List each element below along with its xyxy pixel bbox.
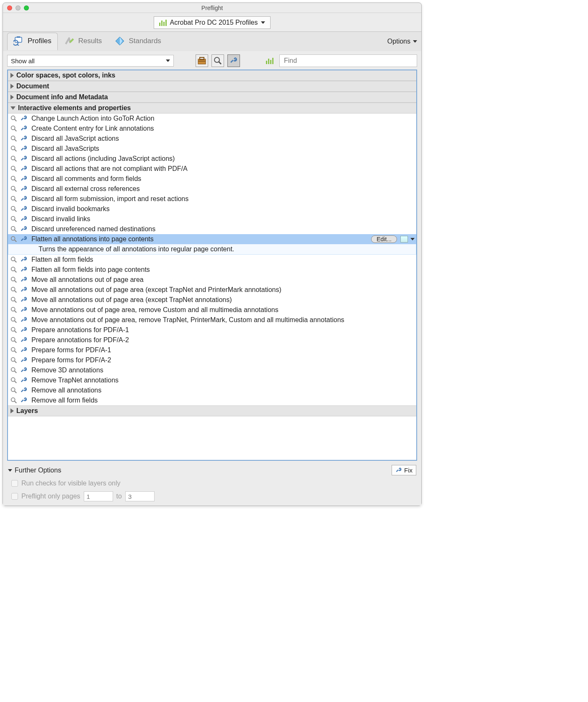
fixup-item[interactable]: Remove 3D annotations <box>8 365 416 375</box>
fixup-item[interactable]: Discard all form submission, import and … <box>8 194 416 204</box>
svg-point-43 <box>11 287 15 291</box>
fixup-label: Move all annotations out of page area (e… <box>30 286 281 294</box>
fixup-label: Flatten all form fields <box>30 256 93 263</box>
preflight-pages-checkbox[interactable] <box>11 493 18 500</box>
fixup-item[interactable]: Flatten all form fields <box>8 255 416 265</box>
wrench-icon <box>20 376 28 385</box>
fixup-item[interactable]: Discard all external cross references <box>8 184 416 194</box>
disclosure-down-icon <box>10 106 15 110</box>
wrench-icon <box>20 386 28 395</box>
fixup-item[interactable]: Flatten all form fields into page conten… <box>8 265 416 275</box>
tab-results[interactable]: Results <box>58 33 108 50</box>
fixup-item[interactable]: Discard all actions that are not complia… <box>8 164 416 174</box>
fixup-item[interactable]: Discard invalid links <box>8 214 416 224</box>
tab-profiles[interactable]: Profiles <box>7 33 58 50</box>
visible-layers-label: Run checks for visible layers only <box>21 480 121 487</box>
fixup-item[interactable]: Create Content entry for Link annotation… <box>8 124 416 134</box>
analyze-icon <box>10 326 18 334</box>
svg-line-3 <box>17 44 19 46</box>
svg-line-46 <box>15 301 17 303</box>
fixup-item[interactable]: Prepare annotations for PDF/A-1 <box>8 325 416 335</box>
category-row[interactable]: Color spaces, spot colors, inks <box>8 70 416 81</box>
svg-line-36 <box>15 240 17 242</box>
preflight-pages-row: Preflight only pages to <box>8 491 416 501</box>
svg-line-34 <box>15 230 17 232</box>
svg-point-55 <box>11 348 15 351</box>
fixup-item[interactable]: Discard all actions (including JavaScrip… <box>8 154 416 164</box>
wrench-icon <box>20 145 28 153</box>
svg-line-42 <box>15 281 17 283</box>
flag-icon[interactable] <box>400 236 408 243</box>
fixup-item[interactable]: Flatten all annotations into page conten… <box>8 234 416 244</box>
category-row[interactable]: Document <box>8 81 416 92</box>
analyze-icon <box>10 134 18 143</box>
further-options-toggle[interactable]: Further Options <box>8 467 61 474</box>
svg-point-35 <box>11 237 15 240</box>
analyze-icon <box>10 316 18 324</box>
analyze-icon <box>10 396 18 405</box>
fixup-item[interactable]: Move annotations out of page area, remov… <box>8 305 416 315</box>
chevron-down-icon <box>166 59 170 62</box>
fixup-item[interactable]: Move all annotations out of page area (e… <box>8 285 416 295</box>
profile-list[interactable]: Color spaces, spot colors, inksDocumentD… <box>8 70 416 460</box>
svg-point-15 <box>11 136 15 140</box>
visible-layers-checkbox[interactable] <box>11 480 18 487</box>
edit-button[interactable]: Edit... <box>371 235 397 243</box>
fixup-label: Move annotations out of page area, remov… <box>30 306 279 314</box>
svg-point-49 <box>11 317 15 321</box>
checks-toggle-button[interactable] <box>211 54 224 67</box>
fixup-item[interactable]: Move all annotations out of page area (e… <box>8 295 416 305</box>
fixup-label: Discard all actions (including JavaScrip… <box>30 155 175 163</box>
fixup-item[interactable]: Move annotations out of page area, remov… <box>8 315 416 325</box>
find-input[interactable] <box>279 54 417 67</box>
svg-point-29 <box>11 206 15 210</box>
wrench-icon <box>20 356 28 364</box>
options-menu-button[interactable]: Options <box>387 38 417 45</box>
fixup-item[interactable]: Prepare forms for PDF/A-1 <box>8 345 416 355</box>
category-row[interactable]: Document info and Metadata <box>8 92 416 103</box>
wrench-icon <box>20 114 28 123</box>
fixup-item[interactable]: Remove all form fields <box>8 395 416 405</box>
fixup-item[interactable]: Prepare annotations for PDF/A-2 <box>8 335 416 345</box>
fixup-item[interactable]: Move all annotations out of page area <box>8 275 416 285</box>
library-bars-button[interactable] <box>263 54 276 67</box>
wrench-icon <box>20 306 28 314</box>
svg-line-30 <box>15 210 17 212</box>
category-row[interactable]: Layers <box>8 405 416 416</box>
tab-standards[interactable]: Standards <box>108 33 168 50</box>
fixup-label: Prepare forms for PDF/A-2 <box>30 356 111 364</box>
wrench-icon <box>20 175 28 183</box>
category-label: Color spaces, spot colors, inks <box>16 72 116 79</box>
fixup-label: Move all annotations out of page area (e… <box>30 296 232 304</box>
preflight-window: Preflight Acrobat Pro DC 2015 Profiles P… <box>3 3 422 506</box>
page-to-input[interactable] <box>125 491 155 501</box>
svg-point-31 <box>11 217 15 220</box>
fixup-item[interactable]: Discard invalid bookmarks <box>8 204 416 214</box>
fixup-item[interactable]: Discard unreferenced named destinations <box>8 224 416 234</box>
fixup-item[interactable]: Discard all comments and form fields <box>8 174 416 184</box>
fixups-toggle-button[interactable] <box>227 54 240 67</box>
fixup-item[interactable]: Remove all annotations <box>8 385 416 395</box>
page-from-input[interactable] <box>84 491 113 501</box>
category-row[interactable]: Interactive elements and properties <box>8 103 416 114</box>
showall-select[interactable]: Show all <box>7 55 174 67</box>
toolbox-toggle-button[interactable] <box>196 54 208 67</box>
analyze-icon <box>10 165 18 173</box>
fixup-item[interactable]: Remove TrapNet annotations <box>8 375 416 385</box>
analyze-icon <box>10 306 18 314</box>
svg-line-26 <box>15 190 17 192</box>
disclosure-right-icon <box>10 95 14 100</box>
svg-point-27 <box>11 196 15 200</box>
chevron-down-icon[interactable] <box>410 238 415 240</box>
svg-point-59 <box>11 368 15 372</box>
fix-button[interactable]: Fix <box>392 465 416 475</box>
fixup-item[interactable]: Prepare forms for PDF/A-2 <box>8 355 416 365</box>
fixup-item[interactable]: Change Launch Action into GoToR Action <box>8 114 416 124</box>
fixup-label: Discard invalid bookmarks <box>30 205 110 213</box>
svg-point-25 <box>11 186 15 190</box>
profile-selector-button[interactable]: Acrobat Pro DC 2015 Profiles <box>154 16 271 29</box>
svg-line-64 <box>15 391 17 393</box>
fixup-item[interactable]: Discard all JavaScript actions <box>8 134 416 144</box>
preflight-pages-label: Preflight only pages <box>21 493 80 500</box>
fixup-item[interactable]: Discard all JavaScripts <box>8 144 416 154</box>
